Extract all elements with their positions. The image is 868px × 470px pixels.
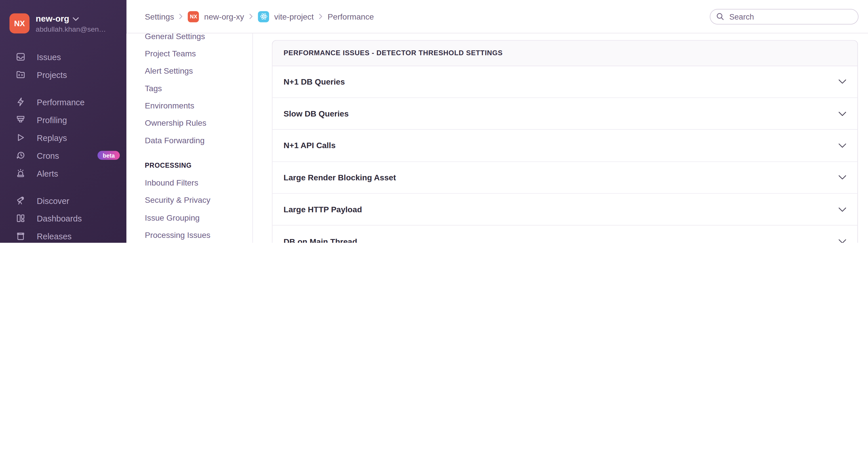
breadcrumb: Settings NX new-org-xy vite-project Perf… [145, 11, 374, 22]
play-icon [16, 133, 26, 143]
lightning-icon [16, 97, 26, 107]
sidebar-item-alerts[interactable]: Alerts [0, 164, 126, 182]
chevron-down-icon [838, 175, 846, 180]
chevron-down-icon [838, 111, 846, 116]
beta-badge: beta [98, 151, 120, 160]
sidebar-item-performance[interactable]: Performance [0, 93, 126, 111]
detector-row-n1-db-queries[interactable]: N+1 DB Queries [273, 66, 858, 98]
sidebar-item-profiling[interactable]: Profiling [0, 111, 126, 129]
org-switcher[interactable]: NX new-org abdullah.khan@sen… [0, 0, 126, 39]
sidebar-item-crons[interactable]: Crons beta [0, 146, 126, 164]
detector-row-large-render-blocking-asset[interactable]: Large Render Blocking Asset [273, 162, 858, 194]
content-area: PERFORMANCE ISSUES - DETECTOR THRESHOLD … [253, 33, 868, 243]
profiling-icon [16, 115, 26, 125]
settings-nav-issue-grouping[interactable]: Issue Grouping [126, 209, 252, 226]
chevron-down-icon [838, 239, 846, 243]
org-avatar: NX [9, 13, 30, 33]
breadcrumb-settings[interactable]: Settings [145, 12, 174, 21]
sidebar-item-discover[interactable]: Discover [0, 192, 126, 209]
chevron-right-icon [179, 13, 183, 19]
detector-settings-panel: PERFORMANCE ISSUES - DETECTOR THRESHOLD … [272, 40, 858, 243]
chevron-down-icon [72, 16, 79, 21]
detector-row-n1-api-calls[interactable]: N+1 API Calls [273, 130, 858, 162]
topbar: Settings NX new-org-xy vite-project Perf… [126, 0, 868, 33]
sidebar-item-issues[interactable]: Issues [0, 48, 126, 66]
search-input[interactable] [728, 11, 852, 22]
settings-nav-section-processing: PROCESSING [126, 157, 252, 174]
main-area: Settings NX new-org-xy vite-project Perf… [126, 0, 868, 243]
settings-nav-project-teams[interactable]: Project Teams [126, 44, 252, 62]
user-email: abdullah.khan@sen… [36, 25, 106, 33]
breadcrumb-org[interactable]: new-org-xy [204, 12, 244, 21]
search-icon [716, 12, 724, 21]
issues-icon [16, 52, 26, 62]
settings-nav-general-settings[interactable]: General Settings [126, 33, 252, 44]
settings-nav-inbound-filters[interactable]: Inbound Filters [126, 174, 252, 192]
archive-icon [16, 231, 26, 241]
app-window: NX new-org abdullah.khan@sen… Issues Pro… [0, 0, 868, 243]
org-name: new-org [36, 13, 69, 24]
settings-nav: General Settings Project Teams Alert Set… [126, 33, 253, 243]
chevron-down-icon [838, 207, 846, 212]
chevron-down-icon [838, 143, 846, 148]
detector-row-db-on-main-thread[interactable]: DB on Main Thread [273, 226, 858, 243]
breadcrumb-project[interactable]: vite-project [274, 12, 314, 21]
react-project-icon [258, 11, 269, 22]
settings-nav-processing-issues[interactable]: Processing Issues [126, 226, 252, 243]
sidebar-item-dashboards[interactable]: Dashboards [0, 209, 126, 227]
clock-icon [16, 150, 26, 161]
settings-nav-security-privacy[interactable]: Security & Privacy [126, 191, 252, 209]
settings-nav-ownership-rules[interactable]: Ownership Rules [126, 114, 252, 132]
dashboards-icon [16, 213, 26, 223]
chevron-right-icon [249, 13, 253, 19]
projects-icon [16, 70, 26, 80]
detector-row-large-http-payload[interactable]: Large HTTP Payload [273, 194, 858, 226]
settings-nav-alert-settings[interactable]: Alert Settings [126, 62, 252, 80]
settings-nav-tags[interactable]: Tags [126, 80, 252, 97]
settings-nav-environments[interactable]: Environments [126, 97, 252, 114]
telescope-icon [16, 195, 26, 205]
breadcrumb-performance[interactable]: Performance [328, 12, 374, 21]
sidebar-item-releases[interactable]: Releases [0, 227, 126, 243]
chevron-right-icon [319, 13, 322, 19]
chevron-down-icon [838, 79, 846, 84]
sidebar-item-projects[interactable]: Projects [0, 66, 126, 83]
sidebar-item-replays[interactable]: Replays [0, 129, 126, 146]
main-sidebar: NX new-org abdullah.khan@sen… Issues Pro… [0, 0, 126, 243]
siren-icon [16, 168, 26, 178]
settings-nav-data-forwarding[interactable]: Data Forwarding [126, 132, 252, 149]
panel-title: PERFORMANCE ISSUES - DETECTOR THRESHOLD … [273, 40, 858, 66]
detector-row-slow-db-queries[interactable]: Slow DB Queries [273, 98, 858, 130]
org-crumb-badge: NX [188, 11, 199, 22]
search-box[interactable] [710, 9, 859, 24]
